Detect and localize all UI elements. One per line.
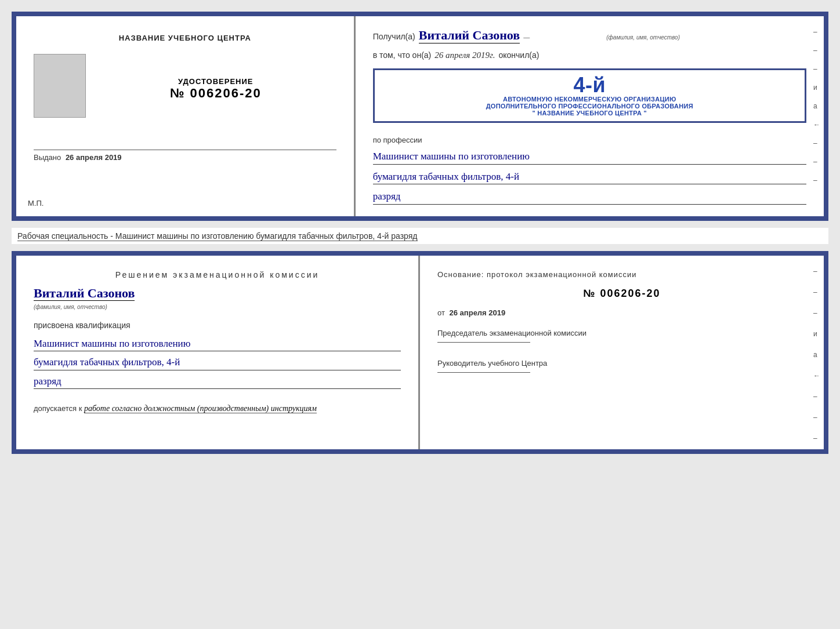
osnov-label: Основание: протокол экзаменационной коми… (437, 270, 806, 279)
poluchil-prefix: Получил(а) (373, 32, 415, 41)
profession-line3: разряд (373, 189, 806, 205)
side-marks-top: – – – и а ← – – – (813, 28, 820, 184)
middle-label-text: Рабочая специальность - Машинист машины … (17, 231, 418, 241)
top-certificate: НАЗВАНИЕ УЧЕБНОГО ЦЕНТРА УДОСТОВЕРЕНИЕ №… (12, 12, 828, 221)
bottom-person-name: Виталий Сазонов (34, 286, 135, 301)
side-marks-bottom: – – – и а ← – – – (813, 267, 820, 442)
stamp-text-line3: " НАЗВАНИЕ УЧЕБНОГО ЦЕНТРА " (383, 110, 796, 117)
decision-title: Решением экзаменационной комиссии (34, 270, 401, 279)
bottom-fio-label: (фамилия, имя, отчество) (34, 304, 107, 310)
cert-bottom-right: Основание: протокол экзаменационной коми… (420, 256, 824, 449)
profession-line1: Машинист машины по изготовлению (373, 149, 806, 165)
dopusk-prefix: допускается к (34, 404, 82, 413)
chief-signature-line (437, 372, 530, 373)
bottom-name-block: Виталий Сазонов (фамилия, имя, отчество) (34, 286, 401, 311)
mp-label: М.П. (28, 199, 44, 208)
photo-placeholder (34, 54, 86, 118)
page-wrapper: НАЗВАНИЕ УЧЕБНОГО ЦЕНТРА УДОСТОВЕРЕНИЕ №… (12, 12, 828, 454)
received-line: Получил(а) Виталий Сазонов — (фамилия, и… (373, 28, 806, 43)
okonchil-label: окончил(а) (498, 50, 539, 60)
prisvoena-label: присвоена квалификация (34, 321, 401, 330)
stamp-rect: 4-й АВТОНОМНУЮ НЕКОММЕРЧЕСКУЮ ОРГАНИЗАЦИ… (373, 68, 806, 123)
ot-prefix: от (437, 308, 445, 317)
stamp-block: 4-й АВТОНОМНУЮ НЕКОММЕРЧЕСКУЮ ОРГАНИЗАЦИ… (373, 68, 806, 123)
cert-number: № 006206-20 (95, 86, 336, 101)
udostoverenie-label: УДОСТОВЕРЕНИЕ (95, 77, 336, 86)
bottom-qual-line2: бумагидля табачных фильтров, 4-й (34, 355, 401, 370)
vydano-date: 26 апреля 2019 (66, 153, 122, 162)
fio-label-top: (фамилия, имя, отчество) (606, 34, 680, 41)
profession-line2: бумагидля табачных фильтров, 4-й (373, 169, 806, 185)
chairman-block: Председатель экзаменационной комиссии (437, 329, 806, 347)
date-value-top: 26 апреля 2019г. (435, 50, 495, 60)
chief-label: Руководитель учебного Центра (437, 359, 806, 368)
recipient-name: Виталий Сазонов (419, 28, 520, 43)
bottom-qual-line3: разряд (34, 374, 401, 390)
vydano-label: Выдано (34, 153, 61, 162)
chairman-label: Председатель экзаменационной комиссии (437, 329, 806, 337)
chief-block: Руководитель учебного Центра (437, 359, 806, 377)
cert-left-panel: НАЗВАНИЕ УЧЕБНОГО ЦЕНТРА УДОСТОВЕРЕНИЕ №… (16, 16, 356, 216)
vtom-line: в том, что он(а) 26 апреля 2019г. окончи… (373, 50, 806, 60)
bottom-certificate: Решением экзаменационной комиссии Витали… (12, 251, 828, 454)
middle-label: Рабочая специальность - Машинист машины … (12, 228, 828, 244)
cert-right-panel: Получил(а) Виталий Сазонов — (фамилия, и… (356, 16, 824, 216)
cert-bottom-left: Решением экзаменационной комиссии Витали… (16, 256, 420, 449)
dopuskaetsya-block: допускается к работе согласно должностны… (34, 404, 401, 413)
issued-line: Выдано 26 апреля 2019 (34, 150, 336, 162)
ot-date: 26 апреля 2019 (450, 308, 506, 317)
from-date: от 26 апреля 2019 (437, 308, 806, 317)
cert-number-block: УДОСТОВЕРЕНИЕ № 006206-20 (95, 60, 336, 101)
dopusk-text: работе согласно должностным (производств… (84, 404, 317, 413)
po-professii-label: по профессии (373, 136, 806, 144)
chairman-signature-line (437, 342, 530, 343)
stamp-text-line2: ДОПОЛНИТЕЛЬНОГО ПРОФЕССИОНАЛЬНОГО ОБРАЗО… (383, 103, 796, 110)
training-center-label-top: НАЗВАНИЕ УЧЕБНОГО ЦЕНТРА (119, 34, 251, 42)
protocol-number: № 006206-20 (437, 288, 806, 300)
stamp-text-line1: АВТОНОМНУЮ НЕКОММЕРЧЕСКУЮ ОРГАНИЗАЦИЮ (383, 96, 796, 103)
stamp-big-num: 4-й (383, 75, 796, 96)
vtom-prefix: в том, что он(а) (373, 50, 432, 60)
bottom-qual-line1: Машинист машины по изготовлению (34, 336, 401, 352)
